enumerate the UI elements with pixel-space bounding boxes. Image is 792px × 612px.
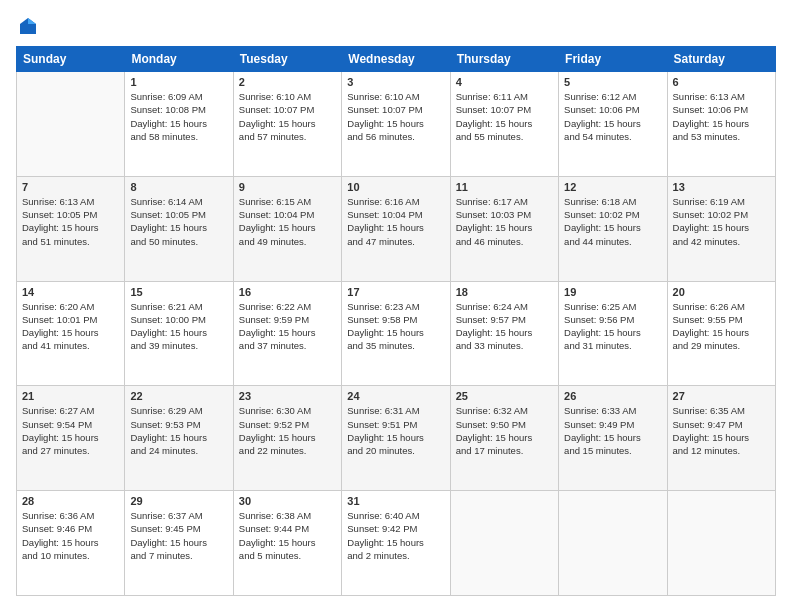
day-number: 14 [22, 286, 119, 298]
calendar-cell: 5Sunrise: 6:12 AM Sunset: 10:06 PM Dayli… [559, 72, 667, 177]
day-info: Sunrise: 6:13 AM Sunset: 10:05 PM Daylig… [22, 195, 119, 248]
calendar-cell [559, 491, 667, 596]
day-info: Sunrise: 6:18 AM Sunset: 10:02 PM Daylig… [564, 195, 661, 248]
calendar-cell: 10Sunrise: 6:16 AM Sunset: 10:04 PM Dayl… [342, 176, 450, 281]
calendar-header-row: SundayMondayTuesdayWednesdayThursdayFrid… [17, 47, 776, 72]
day-number: 15 [130, 286, 227, 298]
calendar-cell: 21Sunrise: 6:27 AM Sunset: 9:54 PM Dayli… [17, 386, 125, 491]
day-number: 26 [564, 390, 661, 402]
day-header-sunday: Sunday [17, 47, 125, 72]
day-header-monday: Monday [125, 47, 233, 72]
day-header-saturday: Saturday [667, 47, 775, 72]
week-row-5: 28Sunrise: 6:36 AM Sunset: 9:46 PM Dayli… [17, 491, 776, 596]
calendar-cell [667, 491, 775, 596]
day-number: 3 [347, 76, 444, 88]
calendar-cell: 15Sunrise: 6:21 AM Sunset: 10:00 PM Dayl… [125, 281, 233, 386]
day-number: 23 [239, 390, 336, 402]
day-info: Sunrise: 6:16 AM Sunset: 10:04 PM Daylig… [347, 195, 444, 248]
day-number: 8 [130, 181, 227, 193]
day-info: Sunrise: 6:21 AM Sunset: 10:00 PM Daylig… [130, 300, 227, 353]
calendar-cell: 26Sunrise: 6:33 AM Sunset: 9:49 PM Dayli… [559, 386, 667, 491]
day-info: Sunrise: 6:30 AM Sunset: 9:52 PM Dayligh… [239, 404, 336, 457]
week-row-1: 1Sunrise: 6:09 AM Sunset: 10:08 PM Dayli… [17, 72, 776, 177]
calendar-cell: 13Sunrise: 6:19 AM Sunset: 10:02 PM Dayl… [667, 176, 775, 281]
calendar-cell: 1Sunrise: 6:09 AM Sunset: 10:08 PM Dayli… [125, 72, 233, 177]
day-info: Sunrise: 6:25 AM Sunset: 9:56 PM Dayligh… [564, 300, 661, 353]
calendar-cell: 20Sunrise: 6:26 AM Sunset: 9:55 PM Dayli… [667, 281, 775, 386]
logo-icon [18, 16, 38, 36]
day-number: 7 [22, 181, 119, 193]
calendar-cell: 25Sunrise: 6:32 AM Sunset: 9:50 PM Dayli… [450, 386, 558, 491]
calendar-cell: 11Sunrise: 6:17 AM Sunset: 10:03 PM Dayl… [450, 176, 558, 281]
calendar-cell: 4Sunrise: 6:11 AM Sunset: 10:07 PM Dayli… [450, 72, 558, 177]
day-info: Sunrise: 6:12 AM Sunset: 10:06 PM Daylig… [564, 90, 661, 143]
day-info: Sunrise: 6:36 AM Sunset: 9:46 PM Dayligh… [22, 509, 119, 562]
calendar-cell: 18Sunrise: 6:24 AM Sunset: 9:57 PM Dayli… [450, 281, 558, 386]
week-row-4: 21Sunrise: 6:27 AM Sunset: 9:54 PM Dayli… [17, 386, 776, 491]
day-number: 19 [564, 286, 661, 298]
day-info: Sunrise: 6:20 AM Sunset: 10:01 PM Daylig… [22, 300, 119, 353]
day-number: 20 [673, 286, 770, 298]
week-row-2: 7Sunrise: 6:13 AM Sunset: 10:05 PM Dayli… [17, 176, 776, 281]
day-number: 4 [456, 76, 553, 88]
week-row-3: 14Sunrise: 6:20 AM Sunset: 10:01 PM Dayl… [17, 281, 776, 386]
calendar-cell: 17Sunrise: 6:23 AM Sunset: 9:58 PM Dayli… [342, 281, 450, 386]
day-info: Sunrise: 6:10 AM Sunset: 10:07 PM Daylig… [239, 90, 336, 143]
calendar-cell: 14Sunrise: 6:20 AM Sunset: 10:01 PM Dayl… [17, 281, 125, 386]
day-info: Sunrise: 6:38 AM Sunset: 9:44 PM Dayligh… [239, 509, 336, 562]
day-info: Sunrise: 6:11 AM Sunset: 10:07 PM Daylig… [456, 90, 553, 143]
calendar-cell: 8Sunrise: 6:14 AM Sunset: 10:05 PM Dayli… [125, 176, 233, 281]
day-info: Sunrise: 6:14 AM Sunset: 10:05 PM Daylig… [130, 195, 227, 248]
day-info: Sunrise: 6:19 AM Sunset: 10:02 PM Daylig… [673, 195, 770, 248]
day-number: 10 [347, 181, 444, 193]
day-header-thursday: Thursday [450, 47, 558, 72]
day-number: 22 [130, 390, 227, 402]
day-info: Sunrise: 6:22 AM Sunset: 9:59 PM Dayligh… [239, 300, 336, 353]
calendar-cell: 24Sunrise: 6:31 AM Sunset: 9:51 PM Dayli… [342, 386, 450, 491]
header [16, 16, 776, 36]
calendar-cell: 2Sunrise: 6:10 AM Sunset: 10:07 PM Dayli… [233, 72, 341, 177]
calendar-cell [17, 72, 125, 177]
calendar-cell: 19Sunrise: 6:25 AM Sunset: 9:56 PM Dayli… [559, 281, 667, 386]
calendar-cell: 31Sunrise: 6:40 AM Sunset: 9:42 PM Dayli… [342, 491, 450, 596]
day-number: 21 [22, 390, 119, 402]
calendar-cell: 30Sunrise: 6:38 AM Sunset: 9:44 PM Dayli… [233, 491, 341, 596]
day-info: Sunrise: 6:26 AM Sunset: 9:55 PM Dayligh… [673, 300, 770, 353]
svg-marker-1 [28, 18, 36, 24]
calendar-cell: 16Sunrise: 6:22 AM Sunset: 9:59 PM Dayli… [233, 281, 341, 386]
day-info: Sunrise: 6:33 AM Sunset: 9:49 PM Dayligh… [564, 404, 661, 457]
day-number: 2 [239, 76, 336, 88]
day-number: 29 [130, 495, 227, 507]
day-number: 30 [239, 495, 336, 507]
day-number: 12 [564, 181, 661, 193]
day-info: Sunrise: 6:23 AM Sunset: 9:58 PM Dayligh… [347, 300, 444, 353]
calendar-cell: 23Sunrise: 6:30 AM Sunset: 9:52 PM Dayli… [233, 386, 341, 491]
day-info: Sunrise: 6:09 AM Sunset: 10:08 PM Daylig… [130, 90, 227, 143]
day-header-tuesday: Tuesday [233, 47, 341, 72]
day-number: 31 [347, 495, 444, 507]
day-number: 1 [130, 76, 227, 88]
day-header-friday: Friday [559, 47, 667, 72]
calendar-cell: 3Sunrise: 6:10 AM Sunset: 10:07 PM Dayli… [342, 72, 450, 177]
calendar-cell: 6Sunrise: 6:13 AM Sunset: 10:06 PM Dayli… [667, 72, 775, 177]
day-number: 13 [673, 181, 770, 193]
day-info: Sunrise: 6:35 AM Sunset: 9:47 PM Dayligh… [673, 404, 770, 457]
calendar-table: SundayMondayTuesdayWednesdayThursdayFrid… [16, 46, 776, 596]
day-info: Sunrise: 6:29 AM Sunset: 9:53 PM Dayligh… [130, 404, 227, 457]
page: SundayMondayTuesdayWednesdayThursdayFrid… [0, 0, 792, 612]
calendar-cell [450, 491, 558, 596]
day-info: Sunrise: 6:37 AM Sunset: 9:45 PM Dayligh… [130, 509, 227, 562]
day-header-wednesday: Wednesday [342, 47, 450, 72]
day-number: 25 [456, 390, 553, 402]
day-number: 27 [673, 390, 770, 402]
day-info: Sunrise: 6:24 AM Sunset: 9:57 PM Dayligh… [456, 300, 553, 353]
day-info: Sunrise: 6:31 AM Sunset: 9:51 PM Dayligh… [347, 404, 444, 457]
day-number: 28 [22, 495, 119, 507]
day-number: 6 [673, 76, 770, 88]
calendar-cell: 9Sunrise: 6:15 AM Sunset: 10:04 PM Dayli… [233, 176, 341, 281]
day-info: Sunrise: 6:15 AM Sunset: 10:04 PM Daylig… [239, 195, 336, 248]
day-info: Sunrise: 6:40 AM Sunset: 9:42 PM Dayligh… [347, 509, 444, 562]
day-number: 5 [564, 76, 661, 88]
day-number: 24 [347, 390, 444, 402]
calendar-cell: 27Sunrise: 6:35 AM Sunset: 9:47 PM Dayli… [667, 386, 775, 491]
